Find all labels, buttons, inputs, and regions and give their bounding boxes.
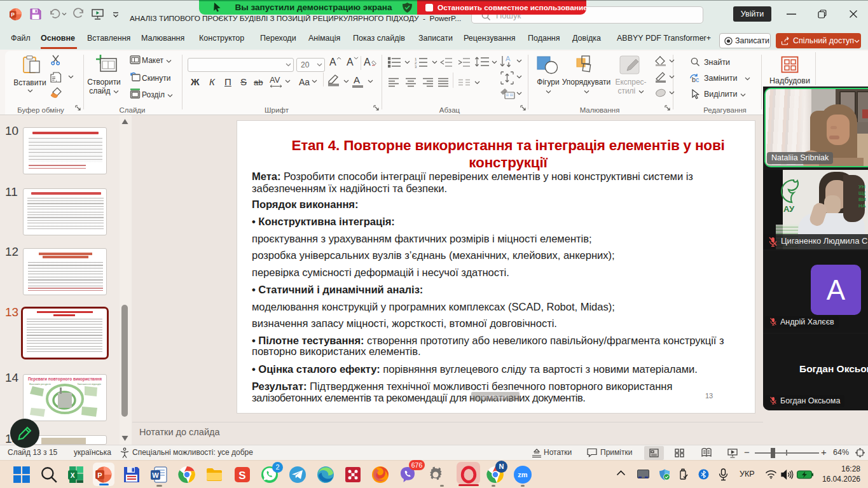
svg-text:W: W <box>152 471 159 479</box>
svg-text:Зменшення відходів: Зменшення відходів <box>77 382 101 386</box>
svg-text:S: S <box>238 470 245 482</box>
svg-text:АУ: АУ <box>783 204 795 214</box>
svg-text:bc: bc <box>692 76 699 83</box>
svg-text:X: X <box>71 472 75 479</box>
svg-text:3: 3 <box>415 65 417 69</box>
svg-text:А: А <box>506 55 511 62</box>
svg-text:P: P <box>97 471 102 479</box>
svg-text:Переваги повторного використан: Переваги повторного використання <box>28 377 102 382</box>
svg-text:Економія ресурсів: Економія ресурсів <box>29 382 51 386</box>
svg-text:P: P <box>11 11 15 18</box>
